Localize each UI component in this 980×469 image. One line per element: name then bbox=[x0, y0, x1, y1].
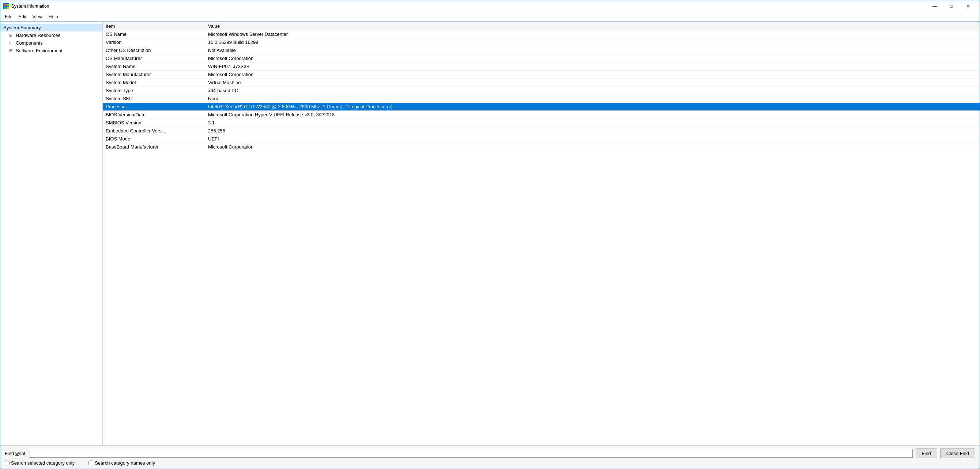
table-row[interactable]: BIOS Version/DateMicrosoft Corporation H… bbox=[103, 111, 980, 119]
table-cell-value: WIN-FP07LJ73S3B bbox=[205, 62, 980, 70]
column-header-value: Value bbox=[205, 22, 980, 30]
table-cell-item: System Manufacturer bbox=[103, 70, 205, 79]
table-row[interactable]: System Typex64-based PC bbox=[103, 87, 980, 95]
sidebar: System Summary ⊞ Hardware Resources ⊞ Co… bbox=[0, 22, 103, 445]
checkbox-row: Search selected category only Search cat… bbox=[5, 460, 975, 466]
table-scroll[interactable]: Item Value OS NameMicrosoft Windows Serv… bbox=[103, 22, 980, 445]
table-cell-value: Microsoft Corporation Hyper-V UEFI Relea… bbox=[205, 111, 980, 119]
main-content: System Summary ⊞ Hardware Resources ⊞ Co… bbox=[0, 22, 980, 445]
table-cell-value: 3.1 bbox=[205, 119, 980, 127]
table-cell-value: Microsoft Corporation bbox=[205, 54, 980, 62]
checkbox-text-selected-category: Search selected category only bbox=[11, 460, 75, 466]
table-cell-item: Embedded Controller Versi... bbox=[103, 127, 205, 135]
table-cell-value: Not Available bbox=[205, 46, 980, 54]
menu-view[interactable]: View bbox=[29, 13, 45, 21]
checkbox-label-category-names[interactable]: Search category names only bbox=[89, 460, 155, 466]
table-row[interactable]: System ModelVirtual Machine bbox=[103, 79, 980, 87]
table-cell-item: BIOS Mode bbox=[103, 135, 205, 143]
find-row: Find what: Find Close Find bbox=[5, 448, 975, 458]
expand-icon-software: ⊞ bbox=[9, 48, 14, 53]
maximize-button[interactable]: □ bbox=[943, 1, 960, 12]
checkbox-selected-category[interactable] bbox=[5, 461, 10, 465]
table-cell-value: 10.0.16299 Build 16299 bbox=[205, 38, 980, 46]
sidebar-label-components: Components bbox=[16, 40, 43, 46]
table-cell-item: System Name bbox=[103, 62, 205, 70]
table-cell-item: System Model bbox=[103, 79, 205, 87]
content-scroll-area: Item Value OS NameMicrosoft Windows Serv… bbox=[103, 22, 980, 445]
main-window: System Information — □ ✕ File Edit View … bbox=[0, 0, 980, 469]
close-button[interactable]: ✕ bbox=[960, 1, 977, 12]
table-row[interactable]: OS NameMicrosoft Windows Server Datacent… bbox=[103, 30, 980, 38]
table-cell-item: SMBIOS Version bbox=[103, 119, 205, 127]
checkbox-text-category-names: Search category names only bbox=[95, 460, 155, 466]
table-cell-value: Microsoft Windows Server Datacenter bbox=[205, 30, 980, 38]
table-cell-item: System SKU bbox=[103, 95, 205, 103]
sidebar-item-hardware-resources[interactable]: ⊞ Hardware Resources bbox=[0, 32, 102, 39]
sidebar-label-software-environment: Software Environment bbox=[16, 48, 62, 53]
sidebar-item-components[interactable]: ⊞ Components bbox=[0, 39, 102, 47]
table-cell-value: 255.255 bbox=[205, 127, 980, 135]
menu-file[interactable]: File bbox=[2, 13, 15, 21]
table-cell-item: Other OS Description bbox=[103, 46, 205, 54]
table-row[interactable]: System NameWIN-FP07LJ73S3B bbox=[103, 62, 980, 70]
svg-rect-3 bbox=[6, 6, 9, 9]
table-cell-value: UEFI bbox=[205, 135, 980, 143]
table-cell-item: System Type bbox=[103, 87, 205, 95]
window-title: System Information bbox=[11, 4, 926, 9]
sidebar-item-system-summary[interactable]: System Summary bbox=[0, 24, 102, 32]
minimize-button[interactable]: — bbox=[926, 1, 943, 12]
title-bar: System Information — □ ✕ bbox=[0, 0, 980, 12]
table-cell-value: x64-based PC bbox=[205, 87, 980, 95]
expand-icon-hardware: ⊞ bbox=[9, 33, 14, 38]
table-row[interactable]: BIOS ModeUEFI bbox=[103, 135, 980, 143]
table-cell-value: Virtual Machine bbox=[205, 79, 980, 87]
find-bar: Find what: Find Close Find Search select… bbox=[0, 445, 980, 469]
table-row[interactable]: System ManufacturerMicrosoft Corporation bbox=[103, 70, 980, 79]
table-row[interactable]: Other OS DescriptionNot Available bbox=[103, 46, 980, 54]
table-cell-item: BIOS Version/Date bbox=[103, 111, 205, 119]
svg-rect-0 bbox=[4, 4, 6, 6]
close-find-button[interactable]: Close Find bbox=[940, 448, 975, 458]
table-cell-item: BaseBoard Manufacturer bbox=[103, 143, 205, 151]
find-label: Find what: bbox=[5, 451, 27, 456]
checkbox-label-selected-category[interactable]: Search selected category only bbox=[5, 460, 75, 466]
table-row[interactable]: BaseBoard ManufacturerMicrosoft Corporat… bbox=[103, 143, 980, 151]
checkbox-category-names[interactable] bbox=[89, 461, 93, 465]
find-button[interactable]: Find bbox=[916, 448, 937, 458]
menu-help[interactable]: Help bbox=[45, 13, 61, 21]
table-cell-item: Processor bbox=[103, 103, 205, 111]
table-row[interactable]: ProcessorIntel(R) Xeon(R) CPU W3530 @ 2.… bbox=[103, 103, 980, 111]
table-cell-item: Version bbox=[103, 38, 205, 46]
svg-rect-1 bbox=[6, 4, 9, 6]
sidebar-label-system-summary: System Summary bbox=[3, 25, 41, 30]
app-icon bbox=[3, 3, 9, 9]
menu-bar: File Edit View Help bbox=[0, 12, 980, 22]
table-row[interactable]: Version10.0.16299 Build 16299 bbox=[103, 38, 980, 46]
table-cell-value: Microsoft Corporation bbox=[205, 143, 980, 151]
data-table: Item Value OS NameMicrosoft Windows Serv… bbox=[103, 22, 980, 151]
svg-rect-2 bbox=[4, 6, 6, 9]
table-row[interactable]: SMBIOS Version3.1 bbox=[103, 119, 980, 127]
table-row[interactable]: Embedded Controller Versi...255.255 bbox=[103, 127, 980, 135]
find-input[interactable] bbox=[30, 449, 913, 458]
expand-icon-components: ⊞ bbox=[9, 41, 14, 45]
menu-edit[interactable]: Edit bbox=[15, 13, 29, 21]
table-cell-item: OS Manufacturer bbox=[103, 54, 205, 62]
sidebar-label-hardware-resources: Hardware Resources bbox=[16, 33, 60, 38]
table-row[interactable]: OS ManufacturerMicrosoft Corporation bbox=[103, 54, 980, 62]
column-header-item: Item bbox=[103, 22, 205, 30]
sidebar-item-software-environment[interactable]: ⊞ Software Environment bbox=[0, 47, 102, 54]
window-controls: — □ ✕ bbox=[926, 1, 977, 12]
table-cell-value: Intel(R) Xeon(R) CPU W3530 @ 2.80GHz, 28… bbox=[205, 103, 980, 111]
table-cell-value: None bbox=[205, 95, 980, 103]
table-cell-value: Microsoft Corporation bbox=[205, 70, 980, 79]
table-cell-item: OS Name bbox=[103, 30, 205, 38]
table-row[interactable]: System SKUNone bbox=[103, 95, 980, 103]
